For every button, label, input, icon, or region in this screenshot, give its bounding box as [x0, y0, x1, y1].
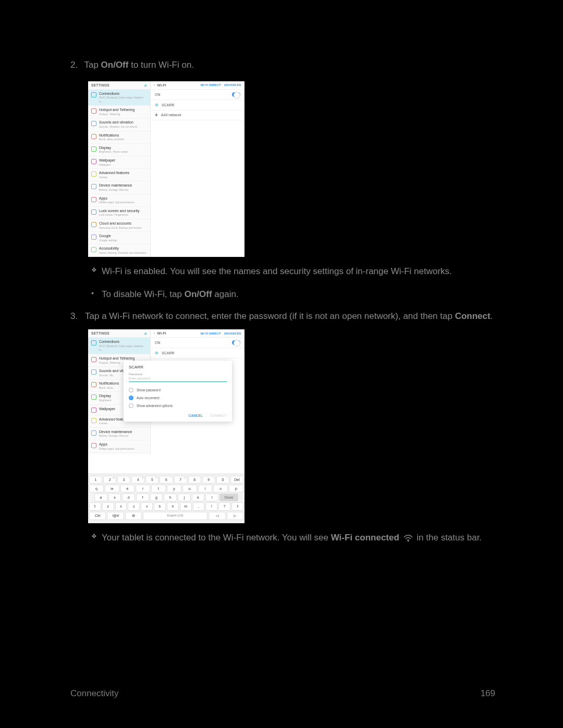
- keyboard-key[interactable]: e: [120, 485, 135, 492]
- settings-item-desc: Brightness: [99, 399, 112, 402]
- search-icon[interactable]: ⌕: [144, 331, 147, 336]
- settings-item[interactable]: AccessibilityVision, Hearing, Dexterity …: [88, 244, 150, 257]
- keyboard-key[interactable]: 1: [89, 476, 102, 484]
- advanced-link[interactable]: ADVANCED: [224, 332, 241, 335]
- settings-item[interactable]: NotificationsBlock, allow, prioritize: [88, 131, 150, 144]
- keyboard-key[interactable]: 3#: [117, 476, 130, 484]
- wifi-header: ‹ WI-FI Wi-Fi Direct ADVANCED: [151, 329, 244, 338]
- keyboard-key[interactable]: u: [182, 485, 197, 492]
- back-icon[interactable]: ‹: [154, 331, 155, 335]
- keyboard-key[interactable]: !@#: [107, 512, 124, 520]
- settings-item[interactable]: ConnectionsWi-Fi, Bluetooth, Data usage,…: [88, 338, 150, 354]
- keyboard-key[interactable]: c: [128, 502, 140, 511]
- settings-item[interactable]: Advanced featuresGames: [88, 169, 150, 181]
- cancel-button[interactable]: CANCEL: [189, 414, 203, 417]
- settings-item[interactable]: Cloud and accountsSamsung Cloud, Backup …: [88, 219, 150, 232]
- settings-item[interactable]: ConnectionsWi-Fi, Bluetooth, Data usage,…: [88, 90, 150, 106]
- settings-item[interactable]: Hotspot and TetheringHotspot, Tethering: [88, 106, 150, 118]
- keyboard-key[interactable]: s: [108, 493, 121, 501]
- keyboard-key[interactable]: j: [178, 493, 191, 501]
- keyboard-key[interactable]: !: [205, 502, 217, 511]
- bullet-text: Wi-Fi is enabled. You will see the names…: [102, 266, 452, 276]
- wifi-on-row[interactable]: ON: [151, 338, 244, 348]
- keyboard-key[interactable]: English (US): [143, 512, 207, 520]
- settings-item-desc: Brightness, Home screen: [99, 150, 128, 153]
- connect-button[interactable]: CONNECT: [210, 414, 227, 417]
- keyboard-key[interactable]: y: [167, 485, 181, 492]
- show-password-checkbox[interactable]: Show password: [129, 386, 227, 394]
- keyboard-key[interactable]: r: [136, 485, 150, 492]
- settings-item[interactable]: AppsDefault apps, App permissions: [88, 440, 150, 453]
- wifi-direct-link[interactable]: Wi-Fi Direct: [201, 83, 221, 87]
- settings-item-title: Sounds and vibration: [99, 120, 133, 124]
- search-icon[interactable]: ⌕: [144, 83, 147, 88]
- on-off-label-2: On/Off: [185, 289, 212, 299]
- auto-reconnect-checkbox[interactable]: Auto reconnect: [129, 394, 227, 402]
- keyboard-key[interactable]: 4$: [131, 476, 144, 484]
- wifi-toggle[interactable]: [232, 92, 240, 97]
- keyboard-key[interactable]: p: [229, 485, 243, 492]
- settings-item[interactable]: GoogleGoogle settings: [88, 232, 150, 244]
- note-pre: To disable Wi-Fi, tap: [102, 289, 185, 299]
- keyboard-key[interactable]: l: [205, 493, 218, 501]
- settings-item[interactable]: Device maintenanceBattery, Storage, Memo…: [88, 428, 150, 440]
- keyboard-key[interactable]: Ctrl: [89, 512, 106, 520]
- keyboard-key[interactable]: ⇧: [231, 502, 243, 511]
- wifi-on-row[interactable]: ON: [151, 90, 244, 100]
- settings-item-title: Cloud and accounts: [99, 221, 131, 225]
- keyboard-key[interactable]: 7&: [174, 476, 187, 484]
- settings-item[interactable]: Sounds and vibrationSounds, Vibration, D…: [88, 118, 150, 131]
- wifi-network-row[interactable]: ⊚ SCARR: [151, 348, 244, 359]
- keyboard-key[interactable]: ?: [218, 502, 230, 511]
- settings-item[interactable]: WallpaperWallpaper: [88, 156, 150, 169]
- keyboard-key[interactable]: m: [180, 502, 192, 511]
- keyboard-key[interactable]: ⇧: [89, 502, 101, 511]
- keyboard-key[interactable]: f: [136, 493, 149, 501]
- keyboard-key[interactable]: 6^: [160, 476, 173, 484]
- page-footer: Connectivity 169: [70, 688, 495, 699]
- keyboard-key[interactable]: 9(: [202, 476, 215, 484]
- keyboard-key[interactable]: g: [150, 493, 163, 501]
- settings-item[interactable]: AppsDefault apps, App permissions: [88, 194, 150, 207]
- settings-item-icon: [91, 121, 96, 126]
- keyboard-key[interactable]: k: [192, 493, 205, 501]
- keyboard-key[interactable]: ▷: [227, 512, 243, 520]
- keyboard-key[interactable]: x: [115, 502, 127, 511]
- keyboard-key[interactable]: v: [141, 502, 153, 511]
- keyboard-key[interactable]: Del: [230, 476, 243, 484]
- keyboard-key[interactable]: ⚙: [125, 512, 142, 520]
- keyboard-key[interactable]: 8*: [188, 476, 201, 484]
- wifi-toggle[interactable]: [232, 340, 240, 345]
- settings-item[interactable]: DisplayBrightness, Home screen: [88, 144, 150, 156]
- keyboard-key[interactable]: a: [94, 493, 107, 501]
- keyboard-key[interactable]: i: [198, 485, 213, 492]
- keyboard-key[interactable]: 0): [216, 476, 229, 484]
- settings-title: SETTINGS: [91, 83, 109, 87]
- keyboard-key[interactable]: d: [122, 493, 135, 501]
- keyboard-key[interactable]: n: [167, 502, 179, 511]
- add-network-row[interactable]: + Add network: [151, 110, 244, 120]
- keyboard-key[interactable]: 5%: [145, 476, 158, 484]
- keyboard-key[interactable]: ◁: [209, 512, 225, 520]
- show-advanced-checkbox[interactable]: Show advanced options: [129, 402, 227, 410]
- keyboard-key[interactable]: ,: [193, 502, 205, 511]
- keyboard-key[interactable]: t: [151, 485, 166, 492]
- password-input[interactable]: Enter password: [129, 376, 227, 382]
- back-icon[interactable]: ‹: [154, 83, 155, 87]
- keyboard-key[interactable]: w: [105, 485, 119, 492]
- keyboard-key[interactable]: q: [89, 485, 104, 492]
- advanced-link[interactable]: ADVANCED: [224, 83, 241, 87]
- settings-item[interactable]: Lock screen and securityLock screen, Fin…: [88, 207, 150, 219]
- keyboard-key[interactable]: 2@: [103, 476, 116, 484]
- wifi-direct-link[interactable]: Wi-Fi Direct: [201, 332, 221, 335]
- step-number: 2.: [70, 58, 82, 72]
- keyboard-key[interactable]: z: [102, 502, 114, 511]
- keyboard-key[interactable]: o: [213, 485, 228, 492]
- wifi-network-row[interactable]: ⊚ SCARR: [151, 100, 244, 110]
- settings-item[interactable]: Device maintenanceBattery, Storage, Memo…: [88, 181, 150, 194]
- keyboard-key[interactable]: b: [154, 502, 166, 511]
- settings-item-desc: Google settings: [99, 239, 117, 242]
- plus-icon: +: [155, 113, 158, 117]
- keyboard-key[interactable]: Done: [219, 493, 238, 501]
- keyboard-key[interactable]: h: [164, 493, 177, 501]
